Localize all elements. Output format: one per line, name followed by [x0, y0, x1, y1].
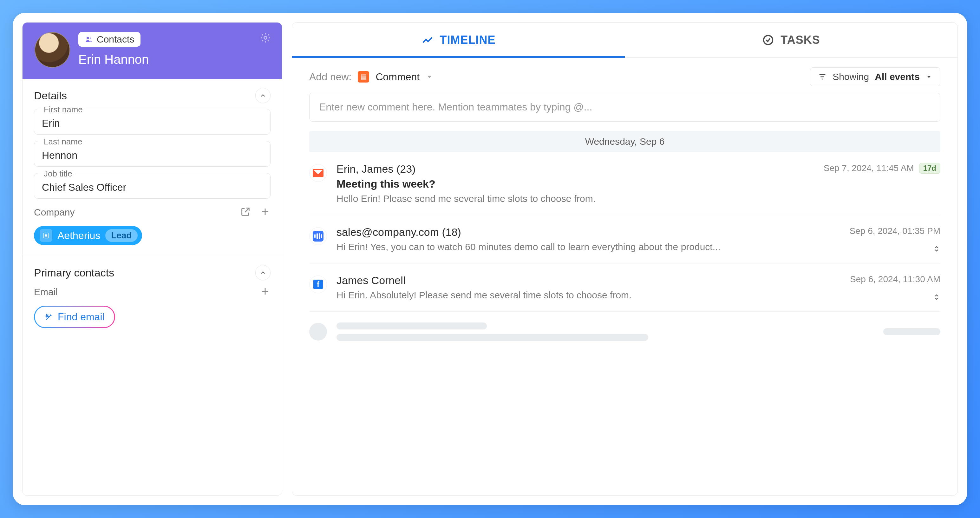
plus-icon — [260, 286, 270, 297]
event-timestamp: Sep 7, 2024, 11:45 AM — [824, 163, 914, 173]
svg-rect-3 — [44, 233, 48, 238]
timeline-icon — [422, 34, 434, 46]
main-panel: TIMELINE TASKS Add new: ▤ Comment Showin… — [292, 22, 958, 496]
events-filter[interactable]: Showing All events — [810, 67, 940, 86]
job-title-label: Job title — [41, 169, 75, 179]
svg-point-1 — [90, 37, 91, 39]
comment-icon: ▤ — [358, 71, 369, 83]
last-name-input[interactable] — [42, 150, 262, 161]
building-icon — [42, 232, 50, 239]
loading-skeleton — [309, 312, 940, 352]
svg-marker-5 — [428, 76, 431, 78]
chevron-up-icon — [259, 92, 266, 99]
tab-tasks[interactable]: TASKS — [625, 22, 958, 57]
event-timestamp: Sep 6, 2024, 11:30 AM — [850, 274, 940, 284]
contact-name: Erin Hannon — [78, 53, 149, 67]
last-name-field[interactable]: Last name — [34, 141, 270, 167]
find-email-label: Find email — [58, 311, 105, 323]
event-from: James Cornell — [337, 274, 405, 287]
contact-avatar[interactable] — [35, 32, 70, 68]
svg-point-2 — [264, 37, 267, 39]
email-icon — [313, 169, 323, 177]
event-preview: Hello Erin! Please send me several time … — [337, 193, 940, 204]
event-source-icon — [309, 164, 327, 182]
details-title: Details — [34, 89, 67, 102]
facebook-icon: f — [313, 280, 323, 289]
settings-button[interactable] — [260, 32, 271, 45]
first-name-label: First name — [41, 105, 86, 115]
event-reorder-handle[interactable] — [933, 244, 940, 255]
company-stage-badge: Lead — [105, 229, 137, 242]
job-title-input[interactable] — [42, 182, 262, 193]
find-email-button[interactable]: Find email — [34, 306, 115, 328]
company-chip[interactable]: Aetherius Lead — [34, 226, 142, 245]
add-email-button[interactable] — [260, 286, 270, 298]
contact-sidebar: Contacts Erin Hannon Details First name — [22, 22, 282, 496]
contacts-chip[interactable]: Contacts — [78, 32, 140, 47]
timeline-event[interactable]: Erin, James (23) Sep 7, 2024, 11:45 AM 1… — [309, 152, 940, 215]
intercom-icon — [313, 231, 323, 242]
chevron-down-icon — [926, 73, 932, 80]
primary-contacts-section: Primary contacts Email Find email — [22, 256, 282, 339]
job-title-field[interactable]: Job title — [34, 173, 270, 199]
new-comment-input[interactable] — [309, 93, 940, 121]
svg-point-0 — [87, 37, 89, 39]
filter-prefix: Showing — [832, 72, 869, 82]
event-from: sales@company.com (18) — [337, 226, 461, 238]
tab-timeline[interactable]: TIMELINE — [292, 22, 625, 57]
plus-icon — [260, 206, 270, 217]
details-section: Details First name Last name Jo — [22, 79, 282, 256]
filter-icon — [818, 72, 827, 81]
primary-contacts-title: Primary contacts — [34, 267, 114, 279]
open-company-button[interactable] — [240, 206, 251, 218]
details-collapse-button[interactable] — [255, 88, 270, 103]
sort-icon — [933, 292, 940, 303]
sort-icon — [933, 244, 940, 254]
gear-icon — [260, 32, 271, 43]
add-new-type: Comment — [375, 71, 420, 83]
tab-bar: TIMELINE TASKS — [292, 22, 958, 58]
timeline-event[interactable]: sales@company.com (18) Sep 6, 2024, 01:3… — [309, 215, 940, 263]
event-subject: Meeting this week? — [337, 178, 940, 190]
external-link-icon — [240, 206, 251, 217]
timeline-toolbar: Add new: ▤ Comment Showing All events — [292, 58, 958, 93]
filter-value: All events — [875, 72, 920, 82]
events-list: Erin, James (23) Sep 7, 2024, 11:45 AM 1… — [292, 152, 958, 352]
first-name-input[interactable] — [42, 118, 262, 129]
event-source-icon — [309, 227, 327, 245]
event-timestamp: Sep 6, 2024, 01:35 PM — [850, 226, 940, 236]
chevron-up-icon — [259, 269, 266, 276]
sidebar-header: Contacts Erin Hannon — [22, 22, 282, 79]
tab-timeline-label: TIMELINE — [440, 33, 496, 47]
contacts-chip-label: Contacts — [97, 34, 134, 45]
tab-tasks-label: TASKS — [781, 33, 820, 47]
company-name: Aetherius — [57, 230, 100, 242]
add-company-button[interactable] — [260, 206, 270, 218]
magic-wand-icon — [45, 312, 53, 322]
svg-marker-6 — [928, 76, 931, 78]
event-source-icon: f — [309, 276, 327, 293]
timeline-event[interactable]: f James Cornell Sep 6, 2024, 11:30 AM Hi… — [309, 263, 940, 312]
check-circle-icon — [762, 34, 774, 46]
event-preview: Hi Erin! Yes, you can to watch 60 minute… — [337, 242, 940, 252]
add-new-label: Add new: — [309, 71, 352, 83]
app-frame: Contacts Erin Hannon Details First name — [13, 13, 967, 505]
event-from: Erin, James (23) — [337, 163, 415, 175]
event-age-badge: 17d — [919, 163, 940, 174]
first-name-field[interactable]: First name — [34, 109, 270, 135]
event-preview: Hi Erin. Absolutely! Please send me seve… — [337, 290, 940, 301]
last-name-label: Last name — [41, 137, 85, 147]
email-label: Email — [34, 287, 58, 297]
event-reorder-handle[interactable] — [933, 292, 940, 304]
add-new-dropdown[interactable] — [426, 71, 433, 83]
people-icon — [85, 35, 93, 43]
date-separator: Wednesday, Sep 6 — [309, 131, 940, 152]
primary-contacts-collapse-button[interactable] — [255, 265, 270, 280]
add-new-control[interactable]: Add new: ▤ Comment — [309, 71, 433, 83]
company-label: Company — [34, 207, 75, 218]
